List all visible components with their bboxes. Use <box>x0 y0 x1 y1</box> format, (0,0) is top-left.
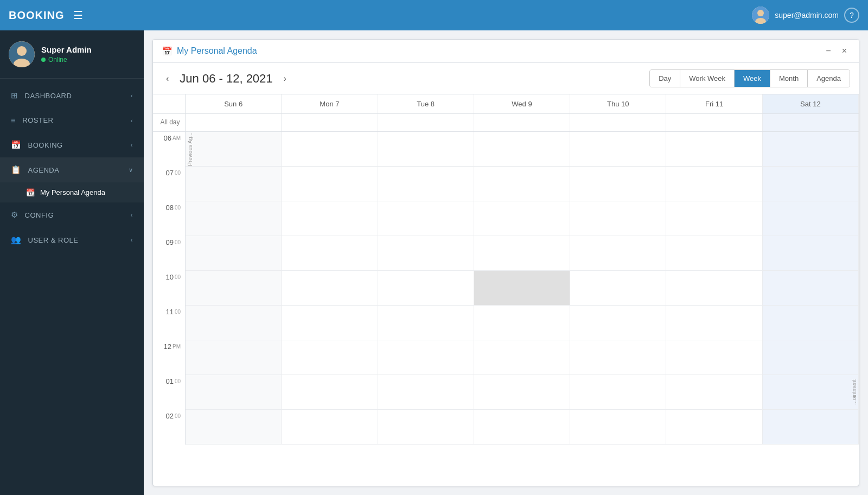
cell-09-tue[interactable] <box>378 236 474 271</box>
cell-12-sat[interactable] <box>763 340 859 375</box>
cell-08-mon[interactable] <box>282 201 378 236</box>
cell-07-thu[interactable] <box>570 167 666 201</box>
cell-02-wed[interactable] <box>474 410 570 445</box>
cell-10-mon[interactable] <box>282 271 378 306</box>
cell-11-thu[interactable] <box>570 306 666 340</box>
cell-06-mon[interactable] <box>282 132 378 167</box>
cell-10-wed[interactable] <box>474 271 570 306</box>
sidebar-item-roster[interactable]: ≡ ROSTER ‹ <box>0 108 144 132</box>
cell-12-fri[interactable] <box>666 340 762 375</box>
time-gutter-header <box>153 94 186 113</box>
cell-11-tue[interactable] <box>378 306 474 340</box>
booking-icon: 📅 <box>11 140 22 150</box>
cell-11-sun[interactable] <box>186 306 282 340</box>
cell-01-tue[interactable] <box>378 375 474 410</box>
cell-07-sun[interactable] <box>186 167 282 201</box>
cell-06-wed[interactable] <box>474 132 570 167</box>
cell-08-wed[interactable] <box>474 201 570 236</box>
top-navigation: BOOKING ☰ super@admin.com ? <box>0 0 868 30</box>
view-day-button[interactable]: Day <box>650 70 680 87</box>
allday-thu[interactable] <box>570 114 666 131</box>
cell-01-mon[interactable] <box>282 375 378 410</box>
cell-08-tue[interactable] <box>378 201 474 236</box>
cell-09-thu[interactable] <box>570 236 666 271</box>
cell-02-thu[interactable] <box>570 410 666 445</box>
allday-sun[interactable] <box>186 114 282 131</box>
cell-09-sat[interactable] <box>763 236 859 271</box>
header-wed: Wed 9 <box>474 94 570 113</box>
cell-11-fri[interactable] <box>666 306 762 340</box>
cell-10-fri[interactable] <box>666 271 762 306</box>
cell-12-thu[interactable] <box>570 340 666 375</box>
cell-10-tue[interactable] <box>378 271 474 306</box>
cell-02-mon[interactable] <box>282 410 378 445</box>
prev-button[interactable]: ‹ <box>162 72 173 86</box>
view-workweek-button[interactable]: Work Week <box>680 70 735 87</box>
cell-07-sat[interactable] <box>763 167 859 201</box>
sidebar-item-config[interactable]: ⚙ CONFIG ‹ <box>0 202 144 227</box>
cell-11-mon[interactable] <box>282 306 378 340</box>
cell-07-wed[interactable] <box>474 167 570 201</box>
cell-12-mon[interactable] <box>282 340 378 375</box>
cell-09-mon[interactable] <box>282 236 378 271</box>
cell-08-fri[interactable] <box>666 201 762 236</box>
cell-07-mon[interactable] <box>282 167 378 201</box>
cell-10-sun[interactable] <box>186 271 282 306</box>
cell-02-tue[interactable] <box>378 410 474 445</box>
cell-07-fri[interactable] <box>666 167 762 201</box>
cell-01-wed[interactable] <box>474 375 570 410</box>
cell-02-sun[interactable] <box>186 410 282 445</box>
allday-fri[interactable] <box>666 114 762 131</box>
cell-10-thu[interactable] <box>570 271 666 306</box>
cell-06-sun[interactable]: Previous Ag... <box>186 132 282 167</box>
cell-11-wed[interactable] <box>474 306 570 340</box>
view-week-button[interactable]: Week <box>735 70 770 87</box>
view-agenda-button[interactable]: Agenda <box>808 70 850 87</box>
sidebar-sub-item-my-personal-agenda[interactable]: 📆 My Personal Agenda <box>0 182 144 202</box>
cell-02-sat[interactable] <box>763 410 859 445</box>
header-sun: Sun 6 <box>186 94 282 113</box>
cell-09-sun[interactable] <box>186 236 282 271</box>
sidebar-avatar <box>9 41 35 67</box>
sidebar-item-user-role[interactable]: 👥 USER & ROLE ‹ <box>0 227 144 252</box>
cell-07-tue[interactable] <box>378 167 474 201</box>
time-label-10: 10 00 <box>153 271 186 306</box>
cell-09-wed[interactable] <box>474 236 570 271</box>
cell-08-sat[interactable] <box>763 201 859 236</box>
next-button[interactable]: › <box>279 72 291 86</box>
allday-sat[interactable] <box>763 114 859 131</box>
cell-01-thu[interactable] <box>570 375 666 410</box>
cell-06-thu[interactable] <box>570 132 666 167</box>
cell-06-sat[interactable] <box>763 132 859 167</box>
cell-02-fri[interactable] <box>666 410 762 445</box>
cell-09-fri[interactable] <box>666 236 762 271</box>
close-button[interactable]: × <box>839 45 850 57</box>
cell-12-wed[interactable] <box>474 340 570 375</box>
help-icon[interactable]: ? <box>844 8 859 23</box>
cell-08-sun[interactable] <box>186 201 282 236</box>
cell-01-sun[interactable] <box>186 375 282 410</box>
cell-12-tue[interactable] <box>378 340 474 375</box>
cell-08-thu[interactable] <box>570 201 666 236</box>
hamburger-icon[interactable]: ☰ <box>73 9 83 22</box>
cell-06-tue[interactable] <box>378 132 474 167</box>
sidebar-item-dashboard[interactable]: ⊞ DASHBOARD ‹ <box>0 83 144 108</box>
allday-wed[interactable] <box>474 114 570 131</box>
allday-tue[interactable] <box>378 114 474 131</box>
cell-06-fri[interactable] <box>666 132 762 167</box>
view-buttons: Day Work Week Week Month Agenda <box>649 69 850 87</box>
cell-11-sat[interactable] <box>763 306 859 340</box>
sidebar-item-booking[interactable]: 📅 BOOKING ‹ <box>0 132 144 157</box>
roster-icon: ≡ <box>11 116 16 125</box>
cell-01-fri[interactable] <box>666 375 762 410</box>
sidebar-nav: ⊞ DASHBOARD ‹ ≡ ROSTER ‹ 📅 BOOKING ‹ <box>0 79 144 495</box>
cell-01-sat[interactable]: ...ointment <box>763 375 859 410</box>
minimize-button[interactable]: − <box>822 45 834 57</box>
view-month-button[interactable]: Month <box>770 70 808 87</box>
allday-mon[interactable] <box>282 114 378 131</box>
cell-12-sun[interactable] <box>186 340 282 375</box>
cell-10-sat[interactable] <box>763 271 859 306</box>
sidebar-item-agenda[interactable]: 📋 AGENDA ∨ <box>0 157 144 182</box>
chevron-icon: ‹ <box>131 142 133 148</box>
time-label-08: 08 00 <box>153 201 186 236</box>
